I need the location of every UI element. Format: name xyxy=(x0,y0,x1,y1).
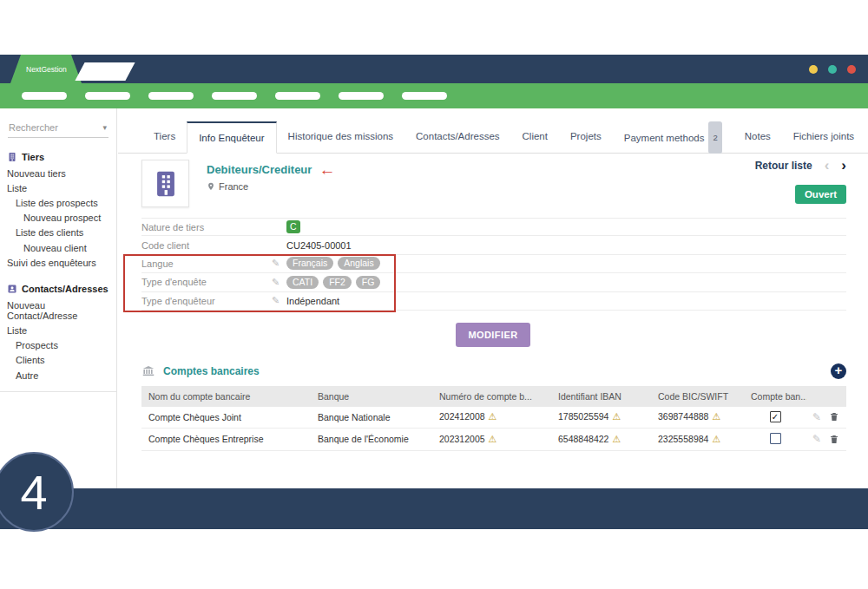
tab-client[interactable]: Client xyxy=(511,121,559,153)
nav-item-redacted[interactable] xyxy=(22,92,67,100)
column-header: Code BIC/SWIFT xyxy=(651,386,744,407)
pencil-edit-icon[interactable]: ✎ xyxy=(272,277,286,288)
cell-bank-name: Banque Nationale xyxy=(311,407,432,429)
field-value: FrançaisAnglais xyxy=(286,257,380,270)
nav-item-redacted[interactable] xyxy=(85,92,130,100)
nav-item-redacted[interactable] xyxy=(148,92,194,100)
warning-icon: ⚠ xyxy=(489,434,497,444)
field-text: Indépendant xyxy=(286,296,339,306)
sidebar-item[interactable]: Liste des clients xyxy=(0,226,116,240)
tab-contacts-adresses[interactable]: Contacts/Adresses xyxy=(404,121,511,153)
tab-fichiers-joints[interactable]: Fichiers joints xyxy=(782,121,865,153)
cell-value: 2325558984 xyxy=(658,434,708,444)
modify-button[interactable]: MODIFIER xyxy=(456,323,531,347)
chevron-left-icon[interactable]: ‹ xyxy=(825,160,830,171)
tab-historique-des-missions[interactable]: Historique des missions xyxy=(277,121,404,153)
tab-payment-methods[interactable]: Payment methods2 xyxy=(613,121,733,153)
tab-bar: TiersInfo EnquêteurHistorique des missio… xyxy=(118,121,868,154)
field-row: Langue✎FrançaisAnglais xyxy=(141,255,846,273)
cell-actions: ✎ xyxy=(806,428,846,450)
back-to-list-link[interactable]: Retour liste xyxy=(755,160,812,172)
default-account-checkbox[interactable]: ✓ xyxy=(770,411,781,422)
window-dot-yellow[interactable] xyxy=(809,65,818,74)
nav-item-redacted[interactable] xyxy=(402,92,447,100)
column-header: Banque xyxy=(311,386,432,407)
building-icon xyxy=(7,152,17,162)
record-header: Debiteurs/Crediteur ← France Retour list… xyxy=(118,154,868,207)
default-account-checkbox[interactable] xyxy=(770,433,781,444)
sidebar-item[interactable]: Nouveau Contact/Adresse xyxy=(0,298,116,323)
warning-icon: ⚠ xyxy=(712,411,720,422)
column-header: Numéro de compte b... xyxy=(432,386,551,407)
sidebar-item[interactable]: Liste xyxy=(0,324,116,338)
window-controls xyxy=(809,65,856,74)
nature-badge: C xyxy=(286,220,300,233)
cell-value: 202312005 xyxy=(439,434,485,444)
top-bar: NextGestion xyxy=(0,55,868,83)
sidebar-item[interactable]: Nouveau prospect xyxy=(0,211,116,226)
field-label: Type d'enquête xyxy=(141,277,272,287)
pencil-edit-icon[interactable]: ✎ xyxy=(272,258,286,269)
sidebar-item[interactable]: Autre xyxy=(0,368,116,383)
cell-value: 3698744888 xyxy=(658,411,708,422)
column-header: Nom du compte bancaire xyxy=(141,386,311,407)
sidebar-section-header-1[interactable]: Contacts/Adresses xyxy=(0,280,116,298)
cell-account-name: Compte Chèques Joint xyxy=(141,407,311,429)
avatar xyxy=(141,160,189,207)
window-dot-teal[interactable] xyxy=(828,65,837,74)
cell-bic: 3698744888⚠ xyxy=(651,407,744,429)
bottom-bar xyxy=(0,488,868,529)
tab-projets[interactable]: Projets xyxy=(559,121,613,153)
chevron-right-icon[interactable]: › xyxy=(841,160,846,171)
cell-value: 1785025594 xyxy=(558,411,608,422)
delete-row-icon[interactable] xyxy=(829,434,839,445)
row-actions: ✎ xyxy=(813,411,839,423)
tab-tiers[interactable]: Tiers xyxy=(142,121,187,153)
column-header: Compte ban... xyxy=(744,386,806,407)
edit-row-icon[interactable]: ✎ xyxy=(812,433,821,445)
table-header-row: Nom du compte bancaireBanqueNuméro de co… xyxy=(141,386,846,407)
location-label: France xyxy=(219,181,248,192)
column-header: Identifiant IBAN xyxy=(551,386,651,407)
search-placeholder: Rechercher xyxy=(9,122,58,133)
sidebar-item[interactable]: Liste xyxy=(0,180,116,195)
nav-item-redacted[interactable] xyxy=(275,92,320,100)
tab-notes[interactable]: Notes xyxy=(733,121,782,153)
tab-info-enqu-teur[interactable]: Info Enquêteur xyxy=(187,121,276,154)
delete-row-icon[interactable] xyxy=(829,411,839,422)
cell-iban: 1785025594⚠ xyxy=(551,407,651,429)
cell-iban: 6548848422⚠ xyxy=(551,428,651,450)
sidebar-item[interactable]: Clients xyxy=(0,353,116,368)
status-open-button[interactable]: Ouvert xyxy=(795,185,846,204)
field-label: Nature de tiers xyxy=(141,222,272,232)
bank-icon xyxy=(141,364,155,377)
window-dot-red[interactable] xyxy=(847,65,856,74)
sidebar-item[interactable]: Suivi des enquêteurs xyxy=(0,255,116,270)
field-value: CU2405-00001 xyxy=(286,240,352,251)
tab-count-badge: 2 xyxy=(708,121,721,154)
row-actions: ✎ xyxy=(813,433,839,445)
sidebar-section-header-0[interactable]: Tiers xyxy=(0,148,116,166)
nav-item-redacted[interactable] xyxy=(212,92,257,100)
brand-name: NextGestion xyxy=(26,65,67,74)
main-content: TiersInfo EnquêteurHistorique des missio… xyxy=(118,108,868,488)
sidebar-item[interactable]: Liste des prospects xyxy=(0,195,116,210)
value-tag: CATI xyxy=(286,276,319,289)
cell-bic: 2325558984⚠ xyxy=(651,428,744,450)
field-value: Indépendant xyxy=(286,296,339,306)
cell-value: 202412008 xyxy=(439,411,485,422)
pencil-edit-icon[interactable]: ✎ xyxy=(272,295,286,306)
bank-accounts-title: Comptes bancaires xyxy=(163,365,260,377)
value-tag: Anglais xyxy=(338,257,379,270)
add-bank-account-button[interactable]: + xyxy=(831,363,846,379)
sidebar-item[interactable]: Prospects xyxy=(0,338,116,353)
sidebar-item[interactable]: Nouveau tiers xyxy=(0,166,116,180)
search-input[interactable]: Rechercher ▾ xyxy=(8,120,108,138)
nav-item-redacted[interactable] xyxy=(339,92,384,100)
detail-fields: Nature de tiersCCode clientCU2405-00001L… xyxy=(141,218,846,311)
field-row: Code clientCU2405-00001 xyxy=(141,236,846,254)
sidebar-item[interactable]: Nouveau client xyxy=(0,240,116,255)
edit-row-icon[interactable]: ✎ xyxy=(812,411,821,423)
brand-logo[interactable]: NextGestion xyxy=(10,55,82,83)
field-label: Code client xyxy=(141,240,272,251)
